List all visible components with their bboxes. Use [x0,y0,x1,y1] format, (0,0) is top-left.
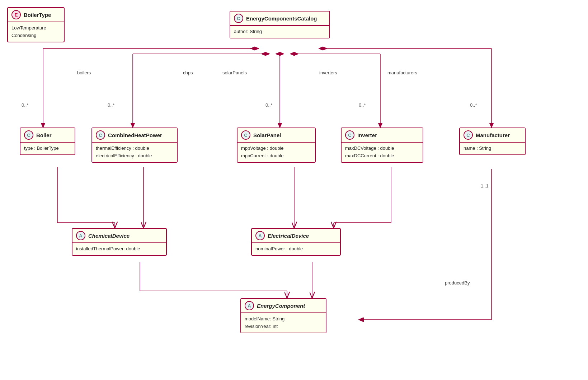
svg-marker-4 [250,47,259,50]
energycomponent-name: EnergyComponent [257,303,305,309]
class-solarpanel: C SolarPanel mppVoltage : double mppCurr… [237,128,316,163]
class-energycomponent-body: modelName: String revisionYear: int [241,313,326,333]
svg-marker-7 [261,52,270,56]
class-electricaldevice-body: nominalPower : double [252,243,340,255]
class-manufacturer: C Manufacturer name : String [459,128,526,155]
class-energycomponent: A EnergyComponent modelName: String revi… [240,298,326,333]
label-solarpanels: solarPanels [222,70,247,75]
enum-boilertype-name: BoilerType [24,12,51,18]
stereotype-C-catalog: C [234,14,243,23]
enum-boilertype-body: LowTemperature Condensing [8,22,64,42]
stereotype-A-energy: A [245,301,254,310]
class-solarpanel-body: mppVoltage : double mppCurrent : double [237,143,315,162]
chp-attr-electrical: electricalEfficiency : double [96,152,173,160]
class-energycomponent-header: A EnergyComponent [241,299,326,313]
label-manufacturers: manufacturers [387,70,417,75]
enum-stereotype-E: E [11,10,21,19]
electricaldevice-name: ElectricalDevice [268,233,309,239]
catalog-attr-author: author: String [234,28,326,36]
class-chp-body: thermalEfficiency : double electricalEff… [92,143,177,162]
stereotype-C-solar: C [241,130,250,140]
svg-marker-12 [290,52,298,56]
class-combinedheatpower: C CombinedHeatPower thermalEfficiency : … [91,128,178,163]
class-energycomponentscatalog-body: author: String [230,26,329,38]
energy-attr-revisionyear: revisionYear: int [245,323,322,330]
class-manufacturer-header: C Manufacturer [460,128,525,143]
class-chemicaldevice: A ChemicalDevice installedThermalPower: … [72,228,167,256]
electrical-attr-power: nominalPower : double [255,245,337,253]
label-boilers: boilers [77,70,91,75]
chemical-attr-thermal: installedThermalPower: double [76,245,163,253]
enum-boilertype-header: E BoilerType [8,8,64,22]
stereotype-A-electrical: A [255,231,265,240]
mult-chp-0star: 0..* [108,102,115,108]
class-chemicaldevice-header: A ChemicalDevice [72,229,166,243]
label-inverters: inverters [319,70,337,75]
stereotype-A-chemical: A [76,231,85,240]
manufacturer-attr-name: name : String [464,145,521,152]
chp-name: CombinedHeatPower [108,132,162,138]
diagram-container: E BoilerType LowTemperature Condensing C… [0,0,588,380]
enum-val-lowtemp: LowTemperature [11,24,60,32]
class-solarpanel-header: C SolarPanel [237,128,315,143]
manufacturer-name: Manufacturer [476,132,510,138]
label-producedby: producedBy [445,280,470,286]
mult-producedby-11: 1..1 [481,183,489,189]
stereotype-C-inverter: C [345,130,354,140]
mult-boiler-0star: 0..* [22,102,29,108]
svg-marker-9 [276,52,284,56]
solar-attr-current: mppCurrent : double [241,152,311,160]
class-electricaldevice: A ElectricalDevice nominalPower : double [251,228,341,256]
class-boiler-header: C Boiler [20,128,75,143]
class-inverter: C Inverter maxDCVoltage : double maxDCCu… [341,128,423,163]
inverter-attr-current: maxDCCurrent : double [345,152,419,160]
svg-marker-15 [319,47,327,50]
class-energycomponentscatalog: C EnergyComponentsCatalog author: String [230,11,330,38]
chp-attr-thermal: thermalEfficiency : double [96,145,173,152]
enum-boilertype: E BoilerType LowTemperature Condensing [7,7,65,42]
stereotype-C-manufacturer: C [464,130,473,140]
mult-inverter-0star: 0..* [359,102,366,108]
class-boiler-body: type : BoilerType [20,143,75,154]
mult-solar-0star: 0..* [265,102,273,108]
enum-val-condensing: Condensing [11,32,60,40]
class-chp-header: C CombinedHeatPower [92,128,177,143]
stereotype-C-boiler: C [24,130,33,140]
stereotype-C-chp: C [96,130,105,140]
solarpanel-name: SolarPanel [253,132,281,138]
solar-attr-voltage: mppVoltage : double [241,145,311,152]
inverter-attr-voltage: maxDCVoltage : double [345,145,419,152]
class-inverter-body: maxDCVoltage : double maxDCCurrent : dou… [342,143,423,162]
mult-manufacturer-0star: 0..* [470,102,477,108]
boiler-attr-type: type : BoilerType [24,145,71,152]
inverter-name: Inverter [357,132,377,138]
class-manufacturer-body: name : String [460,143,525,154]
chemicaldevice-name: ChemicalDevice [88,233,130,239]
class-inverter-header: C Inverter [342,128,423,143]
class-boiler: C Boiler type : BoilerType [20,128,75,155]
class-chemicaldevice-body: installedThermalPower: double [72,243,166,255]
class-electricaldevice-header: A ElectricalDevice [252,229,340,243]
catalog-name: EnergyComponentsCatalog [246,15,317,22]
class-energycomponentscatalog-header: C EnergyComponentsCatalog [230,11,329,26]
boiler-name: Boiler [36,132,52,138]
energy-attr-modelname: modelName: String [245,315,322,323]
label-chps: chps [183,70,193,75]
